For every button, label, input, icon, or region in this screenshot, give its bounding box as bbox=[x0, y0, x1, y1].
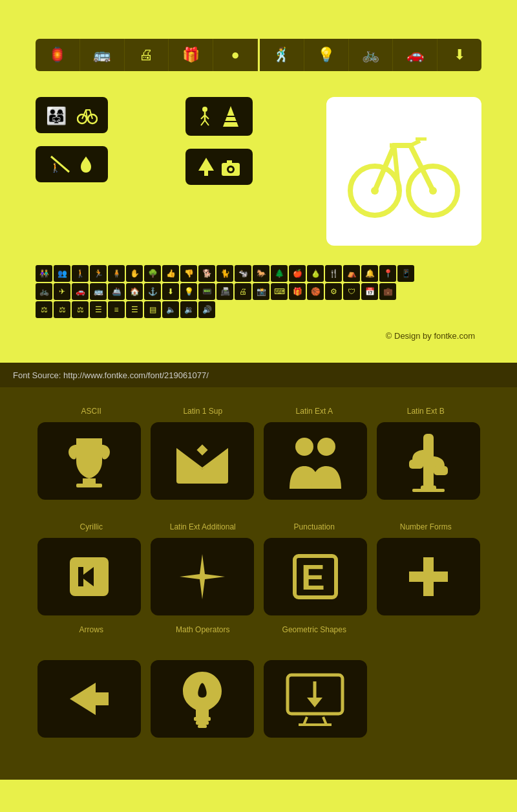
credit-area: © Design by fontke.com bbox=[36, 331, 481, 341]
strip-icon-2: 🚌 bbox=[80, 39, 125, 71]
mini-icon: ☰ bbox=[90, 301, 107, 318]
category-ascii[interactable] bbox=[36, 422, 142, 506]
svg-line-11 bbox=[205, 120, 209, 125]
mini-icon: 📠 bbox=[216, 283, 233, 300]
mini-icon: 🏀 bbox=[307, 283, 324, 300]
label-numberforms: Number Forms bbox=[370, 522, 482, 531]
tiles-row-1: 👨‍👩‍👧 🚶 bbox=[36, 97, 481, 246]
mini-icon: ☰ bbox=[126, 301, 143, 318]
svg-line-23 bbox=[394, 145, 399, 191]
category-row3-3[interactable] bbox=[262, 660, 368, 744]
svg-rect-50 bbox=[409, 572, 448, 582]
svg-point-19 bbox=[229, 167, 233, 171]
font-source-text: Font Source: http://www.fontke.com/font/… bbox=[13, 370, 209, 380]
svg-rect-38 bbox=[423, 434, 434, 489]
mini-icon: 🐎 bbox=[253, 265, 269, 282]
strip-icon-3: 🖨 bbox=[125, 39, 169, 71]
mini-icon: 🌲 bbox=[271, 265, 288, 282]
mini-icon: 👥 bbox=[54, 265, 70, 282]
category-row3-1[interactable] bbox=[36, 660, 142, 744]
mini-icon: ✈ bbox=[54, 283, 70, 300]
mini-icon: 💼 bbox=[379, 283, 396, 300]
mini-icon: 🎁 bbox=[289, 283, 306, 300]
row3-1-icon-box bbox=[37, 660, 141, 738]
mini-icon: ⚙ bbox=[325, 283, 342, 300]
mini-icon: 👎 bbox=[180, 265, 197, 282]
svg-rect-30 bbox=[76, 484, 102, 487]
mini-icon: 📱 bbox=[397, 265, 414, 282]
mini-icon: 🔊 bbox=[198, 301, 215, 318]
name-numberforms bbox=[370, 625, 482, 634]
svg-point-25 bbox=[371, 187, 379, 195]
strip-icon-4: 🎁 bbox=[169, 39, 213, 71]
svg-text:E: E bbox=[301, 557, 325, 597]
svg-line-10 bbox=[201, 120, 205, 125]
strip-icon-7: 💡 bbox=[304, 39, 349, 71]
mini-icon: 🚗 bbox=[72, 283, 89, 300]
svg-marker-51 bbox=[70, 683, 109, 715]
label-latinexta: Latin Ext A bbox=[258, 407, 370, 416]
svg-point-36 bbox=[295, 438, 313, 456]
svg-rect-40 bbox=[434, 466, 448, 475]
tile-no-sign: 🚶 bbox=[36, 146, 108, 182]
mini-icon: 📅 bbox=[361, 283, 378, 300]
icon-strip: 🏮 🚌 🖨 🎁 ● 🕺 💡 🚲 🚗 ⬇ bbox=[36, 39, 481, 71]
svg-marker-46 bbox=[180, 554, 225, 599]
mini-icon: 💡 bbox=[180, 283, 197, 300]
category-row3-2[interactable] bbox=[149, 660, 255, 744]
strip-icon-10: ⬇ bbox=[438, 39, 481, 71]
strip-icon-1: 🏮 bbox=[36, 39, 80, 71]
category-mathop[interactable] bbox=[149, 538, 255, 622]
category-geoshapes[interactable]: E bbox=[262, 538, 368, 622]
mini-icon: 🔔 bbox=[361, 265, 378, 282]
category-latin1sup[interactable] bbox=[149, 422, 255, 506]
name-arrows: Arrows bbox=[36, 625, 147, 634]
mini-icon: 📟 bbox=[198, 283, 215, 300]
mini-icon: 🔈 bbox=[162, 301, 179, 318]
strip-icon-8: 🚲 bbox=[349, 39, 394, 71]
mini-icon: 🏠 bbox=[126, 283, 143, 300]
mini-row-1: 👫 👥 🚶 🏃 🧍 ✋ 🌳 👍 👎 🐕 🐈 🐄 🐎 🌲 🍎 🍐 🍴 ⛺ 🔔 📍 … bbox=[36, 265, 481, 282]
ascii-icon-box bbox=[37, 422, 141, 500]
mini-icon: 🐄 bbox=[235, 265, 251, 282]
category-latinextb[interactable] bbox=[375, 422, 481, 506]
latin1sup-icon-box bbox=[151, 422, 254, 500]
mini-row-3: ⚖ ⚖ ⚖ ☰ ≡ ☰ ▤ 🔈 🔉 🔊 bbox=[36, 301, 481, 318]
svg-rect-53 bbox=[196, 721, 209, 725]
svg-marker-15 bbox=[198, 158, 214, 171]
credit-text: © Design by fontke.com bbox=[36, 331, 475, 341]
name-geoshapes: Geometric Shapes bbox=[258, 625, 370, 634]
category-arrows[interactable] bbox=[36, 538, 142, 622]
mini-icon: 📍 bbox=[379, 265, 396, 282]
mini-icon: 👫 bbox=[36, 265, 52, 282]
category-numberforms[interactable] bbox=[375, 538, 481, 622]
mathop-icon-box bbox=[151, 538, 254, 615]
svg-point-26 bbox=[429, 187, 437, 195]
mini-icon: 🐈 bbox=[216, 265, 233, 282]
svg-line-27 bbox=[410, 141, 420, 145]
mini-icon: ▤ bbox=[144, 301, 161, 318]
label-latinextadd: Latin Ext Additional bbox=[147, 522, 259, 531]
font-source-bar: Font Source: http://www.fontke.com/font/… bbox=[0, 363, 517, 387]
label-ascii: ASCII bbox=[36, 407, 147, 416]
svg-rect-29 bbox=[83, 478, 96, 484]
tile-large-bike bbox=[326, 97, 481, 246]
svg-marker-60 bbox=[307, 698, 322, 707]
svg-text:🚶: 🚶 bbox=[50, 162, 61, 173]
mini-icon: 🍐 bbox=[307, 265, 324, 282]
mini-icon: 🖨 bbox=[235, 283, 251, 300]
label-latin1sup: Latin 1 Sup bbox=[147, 407, 259, 416]
mini-icon: 🌳 bbox=[144, 265, 161, 282]
top-section: 🏮 🚌 🖨 🎁 ● 🕺 💡 🚲 🚗 ⬇ 👨‍👩‍👧 bbox=[0, 0, 517, 363]
svg-rect-42 bbox=[412, 489, 445, 492]
mini-icon: ⚓ bbox=[144, 283, 161, 300]
label-latinextb: Latin Ext B bbox=[370, 407, 482, 416]
strip-icon-9: 🚗 bbox=[393, 39, 438, 71]
mini-icon: 🚢 bbox=[108, 283, 125, 300]
svg-point-37 bbox=[317, 438, 335, 456]
numberforms-icon-box bbox=[377, 538, 480, 615]
mini-icon: 🧍 bbox=[108, 265, 125, 282]
category-latinexta[interactable] bbox=[262, 422, 368, 506]
svg-rect-16 bbox=[204, 171, 208, 176]
mini-icon: 🚌 bbox=[90, 283, 107, 300]
